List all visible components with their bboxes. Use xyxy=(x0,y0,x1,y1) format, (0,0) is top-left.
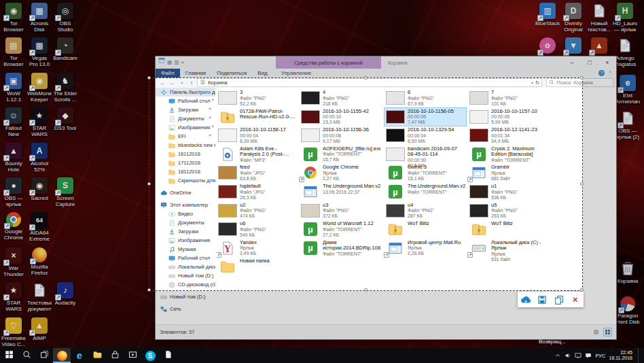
show-desktop-button[interactable] xyxy=(638,348,641,363)
sidebar-item-efi[interactable]: EFI xyxy=(156,132,215,141)
sidebar-item-скриншоты-для-сав[interactable]: Скриншоты для сав xyxy=(156,176,215,185)
forward-icon[interactable]: → xyxy=(168,80,176,86)
file-item-u3[interactable]: u3Файл "PNG"372 КБ xyxy=(300,202,381,220)
address-field[interactable]: Корзина ▾ ↻ xyxy=(197,78,542,87)
minimize-button[interactable]: – xyxy=(563,56,581,69)
desktop-icon-fallout-new-vegas-ul[interactable]: ☺↗Fallout New Vegas - Ul... xyxy=(1,107,26,138)
desktop-icon-obs-studio[interactable]: ◎↗OBS Studio xyxy=(53,3,77,33)
file-item-u6[interactable]: u6Файл "PNG"549 КБ xyxy=(217,220,298,239)
address-dropdown-icon[interactable]: ▾ xyxy=(531,80,533,85)
desktop-icon-obs-ярлык-2[interactable]: ↗OBS — ярлык (2) xyxy=(615,110,640,140)
file-item-hqdefault[interactable]: hqdefaultФайл "JPG"26,3 КБ xyxy=(217,183,298,201)
window-title-bar[interactable]: ▦ ▥ ▾ Средства работы с корзиной Корзина… xyxy=(156,56,616,69)
taskbar-start-button[interactable] xyxy=(0,348,18,363)
close-button[interactable]: × xyxy=(598,56,616,69)
taskbar-edge-button[interactable]: e xyxy=(71,348,88,363)
desktop-icon-app[interactable]: ▼↗ xyxy=(561,37,586,55)
desktop-icon-корзина[interactable]: Корзина xyxy=(615,260,640,284)
desktop-icon-star-wars-jedi-knig[interactable]: ★↗STAR WARS Jedi Knig... xyxy=(27,107,52,138)
desktop-icon-bandicam[interactable]: ◔↗Bandicam xyxy=(53,37,77,61)
up-icon[interactable]: ↑ xyxy=(187,80,196,86)
monitor-icon[interactable] xyxy=(575,352,582,359)
tab-file[interactable]: Файл xyxy=(156,69,180,77)
file-item-2016-10-10-1329-54[interactable]: 2016-10-10-1329-5400:00:046,50 МБ xyxy=(384,126,466,145)
desktop-icon-acronis-disk-director-12[interactable]: ▦↗Acronis Disk Director 12 xyxy=(27,3,52,33)
help-icon[interactable]: ? xyxy=(598,70,605,76)
desktop-icon-новый-текстов[interactable]: Новый текстов... xyxy=(587,3,611,33)
breadcrumb[interactable]: Корзина xyxy=(208,80,228,86)
desktop-icon-screen-capture[interactable]: S↗Screen Capture xyxy=(53,177,77,207)
desktop-icon-app[interactable]: ▲↗ xyxy=(587,37,611,55)
file-item-7[interactable]: 7Файл "PNG"101 КБ xyxy=(468,89,550,107)
desktop-icon-aida64-extreme[interactable]: 64↗AIDA64 Extreme xyxy=(27,212,52,242)
file-item-crysis-2-maximum-edition-baracuda[interactable]: µCrysis 2. Maximum Edition [Baracuda]Фай… xyxy=(468,145,550,164)
file-item-the-underground-man-v2-10-rus-repack-mas[interactable]: The.Underground.Man.v2.10.RUS.RePack.Mas… xyxy=(300,183,381,201)
tab-главная[interactable]: Главная xyxy=(180,69,211,77)
file-item-feed[interactable]: feedФайл "JPG"63,8 КБ xyxy=(217,164,298,182)
desktop-icon-app[interactable]: o↗ xyxy=(535,37,560,55)
sidebar-item-onedrive[interactable]: OneDrive xyxy=(156,188,215,197)
taskbar-taskview-button[interactable] xyxy=(35,348,53,363)
sidebar-item-cd-дисковод-g[interactable]: CD-дисковод (G:) xyxy=(156,280,215,289)
desktop-icon-wow-1-12-1[interactable]: ▣↗WoW 1.12.1 xyxy=(1,73,26,103)
qat-newfolder-icon[interactable]: ▥ xyxy=(175,56,180,69)
copy-icon[interactable] xyxy=(552,293,566,306)
desktop-icon-obs-ярлык[interactable]: ●↗OBS — ярлык xyxy=(1,177,26,207)
sidebar-item-16112016[interactable]: 16112016 xyxy=(156,150,215,158)
file-item-01728-paw-patrol-rescue-run-hd-v2-0-0-ca[interactable]: 01728-PAW-Patrol-Rescue-Run-HD-v2-0-0-ca… xyxy=(217,108,298,126)
sidebar-item-сеть[interactable]: Сеть xyxy=(156,305,215,313)
taskbar-firefox-button[interactable] xyxy=(53,348,71,363)
language-indicator[interactable]: РУС xyxy=(595,353,605,359)
thumbnails-view-icon[interactable] xyxy=(603,328,612,336)
file-item-игровой-центр-mail-ru[interactable]: ↗Игровой центр Mail.RuЯрлык2,26 КБ xyxy=(384,239,466,258)
file-item-wot-blitz[interactable]: WoT Blitz xyxy=(384,220,466,238)
sidebar-item-17112016[interactable]: 17112016 xyxy=(156,158,215,167)
taskbar-search-button[interactable] xyxy=(18,348,35,363)
tab-вид[interactable]: Вид xyxy=(252,69,272,77)
sidebar-item-документы[interactable]: Документы xyxy=(156,114,215,123)
sidebar-item-локальный-диск-c[interactable]: Локальный диск (C: xyxy=(156,262,215,271)
desktop-icon-divinity-original-s[interactable]: D↗Divinity Original S... xyxy=(561,3,586,33)
tab-manage[interactable]: Управление xyxy=(276,69,317,77)
desktop-icon-vegas-pro-13-0-64-bit[interactable]: ▦↗Vegas Pro 13.0 (64-bit) xyxy=(27,37,52,68)
sidebar-item-новый-том-d[interactable]: Новый том (D:) xyxy=(156,292,215,301)
sidebar-item-этот-компьютер[interactable]: Этот компьютер xyxy=(156,201,215,209)
desktop-icon-paragon-hard-disk[interactable]: ↗Paragon Hard Disk ... xyxy=(615,296,640,326)
file-item-gramblr[interactable]: ↗GramblrЯрлык681 байт xyxy=(468,164,550,182)
desktop-icon-google-chrome[interactable]: ↗Google Chrome xyxy=(1,212,26,241)
file-item-yandex[interactable]: Y↗YandexЯрлык2,49 КБ xyxy=(217,239,298,258)
tab-поделиться[interactable]: Поделиться xyxy=(211,69,252,77)
maximize-button[interactable]: □ xyxy=(581,56,598,69)
desktop-icon-audacity[interactable]: ♪↗Audacity xyxy=(53,282,77,306)
file-item-u2[interactable]: u2Файл "PNG"474 КБ xyxy=(217,202,298,220)
taskbar-skype-button[interactable]: S xyxy=(141,348,159,363)
sidebar-item-рабочий-стол[interactable]: Рабочий стол xyxy=(156,97,215,105)
sidebar-item-загрузки[interactable]: Загрузки xyxy=(156,105,215,114)
chat-icon[interactable] xyxy=(585,352,592,359)
taskbar-film-button[interactable] xyxy=(124,348,141,363)
sidebar-item-изображения[interactable]: Изображения xyxy=(156,236,215,245)
desktop-icon-war-thunder[interactable]: ×↗War Thunder xyxy=(1,247,26,277)
file-item-adam-kills-eve-paralysis-2-0-post-hardco[interactable]: Adam Kills Eve - Paralysis 2.0 (Post-Har… xyxy=(217,145,298,164)
ribbon-collapse-icon[interactable]: ⌃ xyxy=(608,71,612,76)
refresh-icon[interactable]: ↻ xyxy=(535,80,539,86)
file-item-world-of-warcraft-1-12[interactable]: µWorld of Warcraft 1.12Файл "TORRENT"27,… xyxy=(300,220,381,239)
file-item-новая-папка[interactable]: Новая папка xyxy=(217,258,298,275)
sidebar-item-музыка[interactable]: Музыка xyxy=(156,245,215,254)
desktop-icon-etxt-антиплагиат[interactable]: e↗Etxt Антиплагиат xyxy=(615,75,640,105)
taskbar-explorer-button[interactable] xyxy=(88,348,106,363)
cancel-icon[interactable]: × xyxy=(569,293,582,306)
file-item-the-underground-man-v2-10-rus-repack-mas[interactable]: µThe.Underground.Man.v2.10.RUS.RePack.Ma… xyxy=(384,183,466,201)
file-item-2016-10-10-1156-36[interactable]: 2016-10-10-1156-3600:00:089,17 МБ xyxy=(300,126,381,145)
file-item-2016-10-10-1156-17[interactable]: 2016-10-10-1156-1700:00:046,39 МБ xyxy=(217,126,298,145)
desktop-icon-tor-browser[interactable]: ▤Tor Browser xyxy=(1,37,26,67)
taskbar-page-button[interactable] xyxy=(159,348,177,363)
desktop-icon-текстовый-документ[interactable]: Текстовый документ xyxy=(27,282,52,312)
desktop-icon-bounty-hole[interactable]: ▲↗Bounty Hole xyxy=(1,143,26,173)
sidebar-item-рабочий-стол[interactable]: Рабочий стол xyxy=(156,254,215,262)
file-item-6[interactable]: 6Файл "PNG"67,9 КБ xyxy=(384,89,466,107)
file-item-4[interactable]: 4Файл "PNG"218 КБ xyxy=(300,89,381,107)
desktop-icon-bluestacks[interactable]: ▥↗BlueStacks xyxy=(535,3,560,27)
sidebar-item-загрузки[interactable]: Загрузки xyxy=(156,227,215,236)
sidebar-item-новый-том-d[interactable]: Новый том (D:) xyxy=(156,271,215,280)
